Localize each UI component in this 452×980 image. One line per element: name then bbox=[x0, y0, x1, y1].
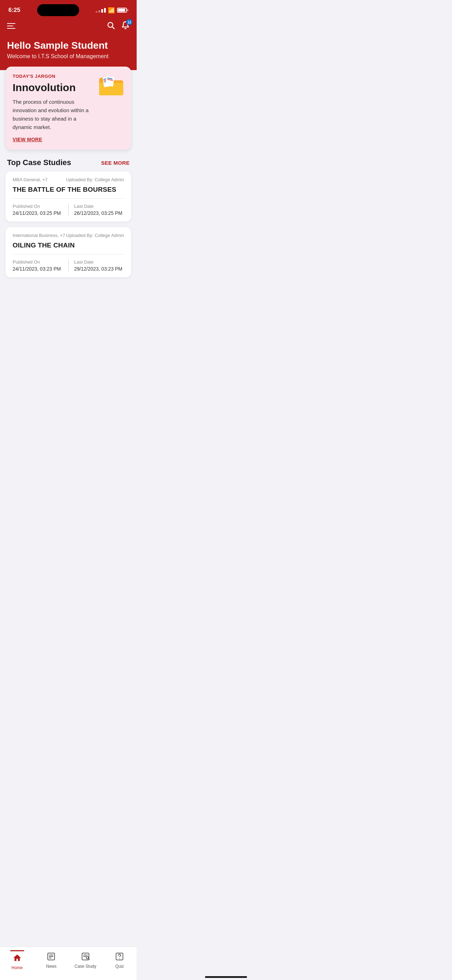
notification-badge: 12 bbox=[126, 19, 132, 25]
last-date-block-1: Last Date 26/12/2023, 03:25 PM bbox=[74, 204, 124, 216]
case-studies-title: Top Case Studies bbox=[7, 158, 71, 167]
published-on-value-1: 24/11/2023, 03:25 PM bbox=[13, 210, 63, 216]
card-title-2: OILING THE CHAIN bbox=[13, 242, 124, 249]
case-study-card-1[interactable]: MBA General, +7 Uploaded By: College Adm… bbox=[6, 172, 131, 221]
jargon-definition: The process of continuous innovation and… bbox=[13, 98, 96, 131]
signal-icon bbox=[95, 8, 106, 13]
card-divider-1 bbox=[13, 198, 124, 199]
last-date-label-2: Last Date bbox=[74, 259, 124, 265]
last-date-block-2: Last Date 29/12/2023, 03:23 PM bbox=[74, 259, 124, 272]
notification-button[interactable]: 12 bbox=[121, 21, 130, 31]
jargon-card: TODAY'S JARGON Innovolution The process … bbox=[6, 67, 131, 150]
published-on-label-1: Published On bbox=[13, 204, 63, 209]
card-dates-2: Published On 24/11/2023, 03:23 PM Last D… bbox=[13, 259, 124, 272]
battery-icon bbox=[117, 8, 128, 13]
greeting-subtitle: Welcome to I.T.S School of Management bbox=[7, 53, 130, 60]
last-date-value-2: 29/12/2023, 03:23 PM bbox=[74, 266, 124, 272]
wifi-icon: 📶 bbox=[108, 7, 115, 14]
last-date-value-1: 26/12/2023, 03:25 PM bbox=[74, 210, 124, 216]
svg-rect-8 bbox=[105, 76, 114, 87]
see-more-button[interactable]: SEE MORE bbox=[101, 160, 130, 166]
card-meta-2: International Business, +7 Uploaded By: … bbox=[13, 233, 124, 238]
folder-icon bbox=[97, 72, 126, 97]
card-divider-2 bbox=[13, 254, 124, 255]
svg-line-1 bbox=[113, 27, 115, 29]
card-uploader-1: Uploaded By: College Admin bbox=[66, 177, 124, 182]
case-studies-section-header: Top Case Studies SEE MORE bbox=[0, 150, 137, 172]
published-on-block-2: Published On 24/11/2023, 03:23 PM bbox=[13, 259, 63, 272]
hamburger-menu[interactable] bbox=[7, 23, 16, 29]
date-separator-1 bbox=[68, 204, 69, 216]
search-button[interactable] bbox=[107, 21, 115, 31]
card-meta-1: MBA General, +7 Uploaded By: College Adm… bbox=[13, 177, 124, 182]
jargon-view-more-link[interactable]: VIEW MORE bbox=[13, 137, 42, 142]
card-category-2: International Business, +7 bbox=[13, 233, 65, 238]
card-category-1: MBA General, +7 bbox=[13, 177, 47, 182]
status-bar: 6:25 📶 bbox=[0, 0, 137, 18]
dynamic-island bbox=[37, 4, 79, 16]
main-content: TODAY'S JARGON Innovolution The process … bbox=[0, 67, 137, 318]
card-uploader-2: Uploaded By: College Admin bbox=[66, 233, 124, 238]
published-on-label-2: Published On bbox=[13, 259, 63, 265]
last-date-label-1: Last Date bbox=[74, 204, 124, 209]
greeting-hello: Hello Sample Student bbox=[7, 40, 130, 51]
greeting-section: Hello Sample Student Welcome to I.T.S Sc… bbox=[0, 37, 137, 70]
card-title-1: THE BATTLE OF THE BOURSES bbox=[13, 186, 124, 194]
published-on-value-2: 24/11/2023, 03:23 PM bbox=[13, 266, 63, 272]
header-icons: 12 bbox=[107, 21, 130, 31]
published-on-block-1: Published On 24/11/2023, 03:25 PM bbox=[13, 204, 63, 216]
app-header: 12 bbox=[0, 18, 137, 37]
case-study-card-2[interactable]: International Business, +7 Uploaded By: … bbox=[6, 227, 131, 277]
status-icons: 📶 bbox=[95, 7, 128, 14]
date-separator-2 bbox=[68, 259, 69, 272]
card-dates-1: Published On 24/11/2023, 03:25 PM Last D… bbox=[13, 204, 124, 216]
status-time: 6:25 bbox=[8, 7, 20, 14]
